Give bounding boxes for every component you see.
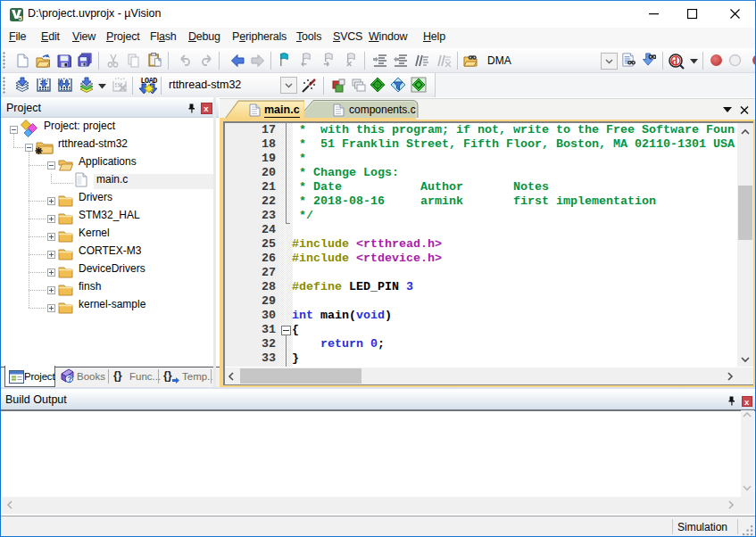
svg-text:?: ? xyxy=(68,374,72,383)
svg-text:5: 5 xyxy=(19,14,22,21)
